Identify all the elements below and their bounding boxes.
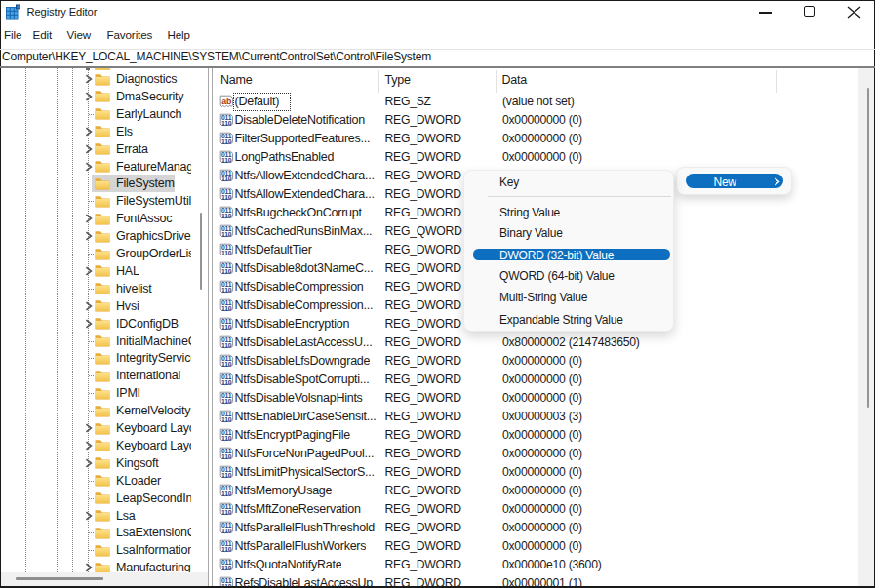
svg-text:110: 110 bbox=[221, 157, 232, 164]
svg-text:110: 110 bbox=[221, 120, 232, 127]
svg-text:110: 110 bbox=[221, 176, 232, 182]
svg-text:110: 110 bbox=[221, 416, 232, 423]
svg-text:110: 110 bbox=[221, 268, 232, 275]
svg-text:110: 110 bbox=[221, 509, 232, 516]
svg-text:110: 110 bbox=[221, 398, 232, 405]
svg-text:110: 110 bbox=[221, 305, 232, 312]
svg-text:110: 110 bbox=[221, 583, 232, 587]
svg-text:110: 110 bbox=[221, 287, 232, 294]
svg-text:110: 110 bbox=[221, 565, 232, 571]
svg-text:110: 110 bbox=[221, 194, 232, 201]
svg-text:110: 110 bbox=[221, 453, 232, 460]
svg-text:110: 110 bbox=[221, 379, 232, 386]
svg-text:110: 110 bbox=[221, 361, 232, 368]
svg-text:ab: ab bbox=[221, 96, 232, 105]
svg-text:110: 110 bbox=[221, 472, 232, 479]
svg-text:110: 110 bbox=[221, 138, 232, 145]
svg-text:110: 110 bbox=[221, 490, 232, 497]
svg-text:110: 110 bbox=[221, 342, 232, 349]
svg-text:110: 110 bbox=[221, 324, 232, 331]
svg-text:110: 110 bbox=[221, 231, 232, 238]
svg-text:110: 110 bbox=[221, 528, 232, 534]
svg-text:110: 110 bbox=[221, 250, 232, 256]
svg-text:110: 110 bbox=[221, 435, 232, 442]
svg-text:110: 110 bbox=[221, 546, 232, 553]
svg-text:110: 110 bbox=[221, 213, 232, 219]
